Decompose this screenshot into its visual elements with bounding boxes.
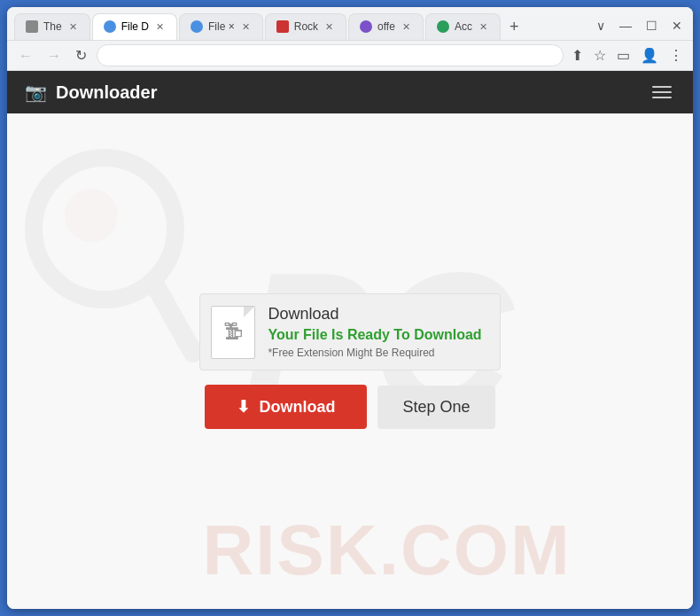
tab-6[interactable]: Acc ✕ xyxy=(425,13,501,40)
tab-1-favicon xyxy=(26,20,38,33)
download-button[interactable]: ⬇ Download xyxy=(205,385,367,429)
browser-window: The ✕ File D ✕ File × ✕ Rock ✕ offe xyxy=(7,7,693,609)
risk-watermark: RISK.COM xyxy=(203,510,572,591)
page-content: PC RISK.COM 🗜 Download Your File Is Read… xyxy=(7,113,693,609)
app-title: Downloader xyxy=(56,82,157,103)
tab-4-favicon xyxy=(276,20,289,33)
step-one-label: Step One xyxy=(402,398,470,416)
tab-4[interactable]: Rock ✕ xyxy=(265,13,346,40)
action-buttons: ⬇ Download Step One xyxy=(205,385,494,429)
tab-4-label: Rock xyxy=(294,20,318,33)
tab-2-label: File D xyxy=(121,20,149,33)
window-controls: ∨ — ☐ ✕ xyxy=(586,17,686,35)
tab-1[interactable]: The ✕ xyxy=(14,13,90,40)
tab-5-label: offe xyxy=(377,20,395,33)
tab-4-close[interactable]: ✕ xyxy=(323,19,335,35)
app-header: 📷 Downloader xyxy=(7,71,693,113)
file-text: Download Your File Is Ready To Download … xyxy=(268,305,481,359)
hamburger-line-1 xyxy=(652,86,672,88)
tab-5-favicon xyxy=(360,20,372,33)
hamburger-line-2 xyxy=(652,91,672,93)
tab-6-close[interactable]: ✕ xyxy=(478,19,489,35)
tab-6-label: Acc xyxy=(455,20,472,33)
svg-point-1 xyxy=(65,189,118,242)
download-button-label: Download xyxy=(259,398,335,417)
tab-2-close[interactable]: ✕ xyxy=(154,19,166,35)
hamburger-line-3 xyxy=(652,97,672,98)
tab-1-label: The xyxy=(43,20,62,33)
tab-2[interactable]: File D ✕ xyxy=(92,13,177,40)
minimize-button[interactable]: — xyxy=(616,17,635,35)
tab-3-close[interactable]: ✕ xyxy=(240,19,252,35)
address-icons: ⬆ ☆ ▭ 👤 ⋮ xyxy=(569,44,686,66)
app-header-left: 📷 Downloader xyxy=(25,82,157,103)
tab-5[interactable]: offe ✕ xyxy=(348,13,424,40)
zip-icon: 🗜 xyxy=(223,321,243,344)
tab-1-close[interactable]: ✕ xyxy=(67,19,79,35)
tab-3-label: File × xyxy=(208,20,235,33)
tab-5-close[interactable]: ✕ xyxy=(401,19,412,35)
bookmark-icon[interactable]: ☆ xyxy=(591,44,609,66)
tab-3-favicon xyxy=(191,20,203,33)
file-info-box: 🗜 Download Your File Is Ready To Downloa… xyxy=(199,293,500,370)
menu-icon[interactable]: ⋮ xyxy=(666,44,686,66)
svg-point-0 xyxy=(34,158,175,300)
address-input[interactable] xyxy=(97,44,564,66)
tab-6-favicon xyxy=(437,20,449,33)
reload-button[interactable]: ↻ xyxy=(71,45,91,66)
tab-3[interactable]: File × ✕ xyxy=(179,13,263,40)
file-note-text: *Free Extension Might Be Required xyxy=(268,347,481,359)
download-icon: ⬇ xyxy=(237,397,250,417)
tabs-container: The ✕ File D ✕ File × ✕ Rock ✕ offe xyxy=(14,13,586,40)
share-icon[interactable]: ⬆ xyxy=(569,44,586,66)
new-tab-button[interactable]: + xyxy=(502,13,526,40)
forward-button[interactable]: → xyxy=(43,46,66,66)
magnifier-watermark xyxy=(25,140,202,370)
svg-line-2 xyxy=(153,282,193,353)
sidebar-icon[interactable]: ▭ xyxy=(614,44,633,66)
file-title: Download xyxy=(268,305,481,324)
back-button[interactable]: ← xyxy=(14,46,37,66)
tab-2-favicon xyxy=(104,20,116,33)
close-button[interactable]: ✕ xyxy=(668,17,686,35)
tabs-dropdown-button[interactable]: ∨ xyxy=(593,17,609,35)
maximize-button[interactable]: ☐ xyxy=(642,17,661,35)
camera-icon: 📷 xyxy=(25,82,47,103)
download-card: 🗜 Download Your File Is Ready To Downloa… xyxy=(199,293,500,429)
hamburger-menu[interactable] xyxy=(649,82,675,102)
profile-icon[interactable]: 👤 xyxy=(638,44,661,66)
file-icon: 🗜 xyxy=(211,306,255,359)
title-bar: The ✕ File D ✕ File × ✕ Rock ✕ offe xyxy=(7,7,693,41)
address-bar: ← → ↻ ⬆ ☆ ▭ 👤 ⋮ xyxy=(7,41,693,71)
step-one-button[interactable]: Step One xyxy=(377,386,494,429)
file-ready-text: Your File Is Ready To Download xyxy=(268,327,481,343)
